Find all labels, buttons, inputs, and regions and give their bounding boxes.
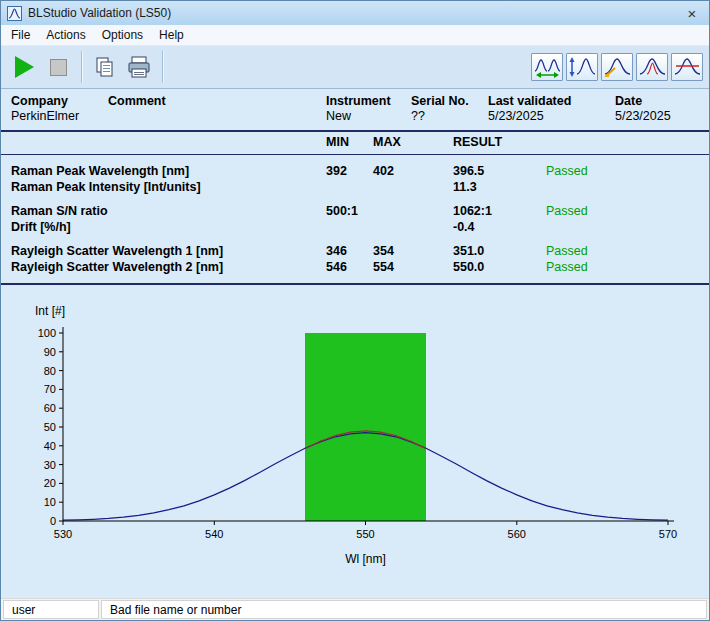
status-badge: Passed (546, 243, 709, 259)
company-value: PerkinElmer (11, 109, 108, 124)
table-row: Rayleigh Scatter Wavelength 2 [nm] 546 5… (1, 259, 709, 275)
baseline-button[interactable] (671, 53, 703, 81)
company-label: Company (11, 94, 108, 109)
copy-icon (93, 55, 117, 79)
svg-text:0: 0 (50, 515, 56, 527)
last-validated-field: Last validated 5/23/2025 (488, 94, 615, 124)
svg-text:Int [#]: Int [#] (35, 304, 65, 318)
svg-text:100: 100 (38, 327, 56, 339)
row-label: Raman Peak Wavelength [nm] (11, 163, 326, 179)
row-min: 392 (326, 163, 373, 179)
raman-sn-group: Raman S/N ratio 500:1 1062:1 Passed Drif… (1, 203, 709, 235)
svg-text:60: 60 (44, 402, 56, 414)
play-icon (15, 56, 34, 78)
app-window: BLStudio Validation (LS50) × File Action… (0, 0, 710, 621)
row-result: 11.3 (453, 179, 546, 195)
window-title: BLStudio Validation (LS50) (28, 6, 675, 20)
row-result: -0.4 (453, 219, 546, 235)
row-min (326, 179, 373, 195)
fit-horizontal-button[interactable] (531, 53, 563, 81)
row-label: Raman Peak Intensity [Int/units] (11, 179, 326, 195)
svg-text:40: 40 (44, 440, 56, 452)
statusbar-user: user (3, 600, 99, 619)
svg-text:570: 570 (659, 528, 677, 540)
svg-text:560: 560 (508, 528, 526, 540)
company-field: Company PerkinElmer (11, 94, 108, 124)
comment-field: Comment (108, 94, 326, 124)
raman-peak-group: Raman Peak Wavelength [nm] 392 402 396.5… (1, 163, 709, 195)
baseline-icon (674, 56, 701, 78)
menu-options[interactable]: Options (94, 26, 151, 44)
run-button[interactable] (7, 50, 41, 84)
validation-info-header: Company PerkinElmer Comment Instrument N… (1, 89, 709, 130)
title-bar: BLStudio Validation (LS50) × (1, 1, 709, 25)
svg-text:80: 80 (44, 365, 56, 377)
row-result: 351.0 (453, 243, 546, 259)
date-label: Date (615, 94, 709, 109)
menu-help[interactable]: Help (151, 26, 192, 44)
date-value: 5/23/2025 (615, 109, 709, 124)
status-badge: Passed (546, 163, 709, 179)
result-header: RESULT (453, 134, 546, 151)
min-header: MIN (326, 134, 373, 151)
instrument-value: New (326, 109, 411, 124)
peak-pick-icon (604, 56, 631, 78)
statusbar-message: Bad file name or number (101, 600, 707, 619)
svg-text:10: 10 (44, 496, 56, 508)
row-min: 546 (326, 259, 373, 275)
print-button[interactable] (122, 50, 156, 84)
overlay-peak-button[interactable] (636, 53, 668, 81)
row-min: 500:1 (326, 203, 373, 219)
last-validated-label: Last validated (488, 94, 615, 109)
svg-text:30: 30 (44, 459, 56, 471)
svg-text:550: 550 (356, 528, 374, 540)
instrument-field: Instrument New (326, 94, 411, 124)
row-max (373, 203, 453, 219)
chart-area: 0102030405060708090100530540550560570Int… (1, 287, 709, 587)
row-max (373, 179, 453, 195)
app-icon (7, 6, 22, 21)
serial-value: ?? (411, 109, 488, 124)
row-max: 354 (373, 243, 453, 259)
toolbar-separator (81, 51, 82, 83)
menu-bar: File Actions Options Help (1, 25, 709, 46)
serial-field: Serial No. ?? (411, 94, 488, 124)
comment-label: Comment (108, 94, 326, 109)
svg-text:Wl [nm]: Wl [nm] (345, 552, 386, 566)
last-validated-value: 5/23/2025 (488, 109, 615, 124)
svg-text:20: 20 (44, 477, 56, 489)
svg-text:90: 90 (44, 346, 56, 358)
status-badge (546, 219, 709, 235)
close-button[interactable]: × (675, 1, 709, 25)
table-row: Raman Peak Wavelength [nm] 392 402 396.5… (1, 163, 709, 179)
status-badge: Passed (546, 259, 709, 275)
serial-label: Serial No. (411, 94, 488, 109)
row-min: 346 (326, 243, 373, 259)
peak-pick-button[interactable] (601, 53, 633, 81)
stop-button[interactable] (41, 50, 75, 84)
row-max (373, 219, 453, 235)
stop-icon (50, 59, 67, 76)
row-label: Drift [%/h] (11, 219, 326, 235)
menu-actions[interactable]: Actions (38, 26, 93, 44)
fit-vertical-button[interactable] (566, 53, 598, 81)
svg-text:70: 70 (44, 383, 56, 395)
instrument-label: Instrument (326, 94, 411, 109)
rayleigh-group: Rayleigh Scatter Wavelength 1 [nm] 346 3… (1, 243, 709, 275)
date-field: Date 5/23/2025 (615, 94, 709, 124)
status-badge (546, 179, 709, 195)
row-label: Rayleigh Scatter Wavelength 1 [nm] (11, 243, 326, 259)
toolbar-separator (162, 51, 163, 83)
table-row: Raman S/N ratio 500:1 1062:1 Passed (1, 203, 709, 219)
results-header-row: MIN MAX RESULT (1, 134, 709, 155)
row-max: 554 (373, 259, 453, 275)
status-badge: Passed (546, 203, 709, 219)
row-label: Rayleigh Scatter Wavelength 2 [nm] (11, 259, 326, 275)
table-row: Raman Peak Intensity [Int/units] 11.3 (1, 179, 709, 195)
results-table: MIN MAX RESULT Raman Peak Wavelength [nm… (1, 130, 709, 285)
toolbar (1, 46, 709, 89)
copy-button[interactable] (88, 50, 122, 84)
menu-file[interactable]: File (3, 26, 38, 44)
svg-text:540: 540 (205, 528, 223, 540)
max-header: MAX (373, 134, 453, 151)
